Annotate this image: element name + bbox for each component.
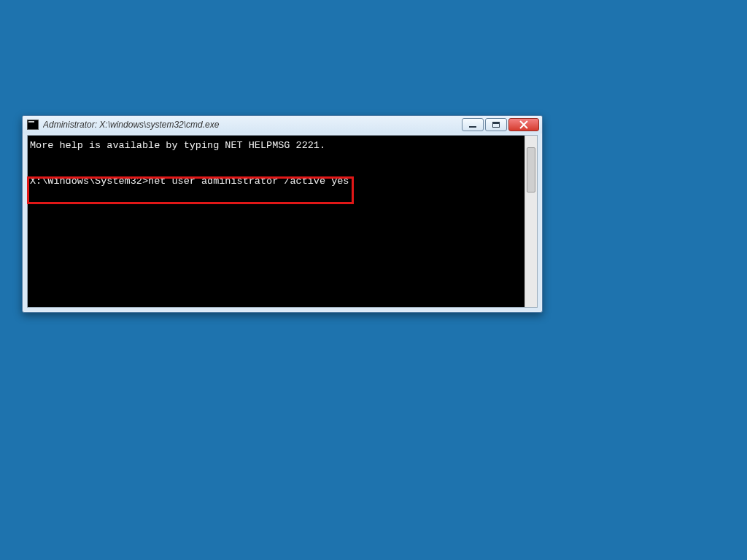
close-icon [519, 120, 528, 129]
minimize-button[interactable] [462, 118, 484, 131]
scrollbar-thumb[interactable] [527, 147, 535, 192]
terminal[interactable]: More help is available by typing NET HEL… [28, 136, 525, 307]
cmd-icon [27, 120, 39, 130]
maximize-button[interactable] [485, 118, 507, 131]
close-button[interactable] [508, 118, 539, 131]
terminal-output-line: More help is available by typing NET HEL… [30, 140, 325, 151]
vertical-scrollbar[interactable] [525, 136, 537, 307]
terminal-prompt: X:\Windows\System32> [30, 176, 148, 187]
maximize-icon [492, 122, 500, 128]
titlebar[interactable]: Administrator: X:\windows\system32\cmd.e… [23, 116, 542, 133]
terminal-command: net user administrator /active yes [148, 176, 349, 187]
cmd-window: Administrator: X:\windows\system32\cmd.e… [22, 115, 543, 313]
window-controls [462, 118, 539, 131]
minimize-icon [469, 126, 476, 128]
client-area: More help is available by typing NET HEL… [27, 135, 538, 308]
window-title: Administrator: X:\windows\system32\cmd.e… [43, 120, 462, 130]
